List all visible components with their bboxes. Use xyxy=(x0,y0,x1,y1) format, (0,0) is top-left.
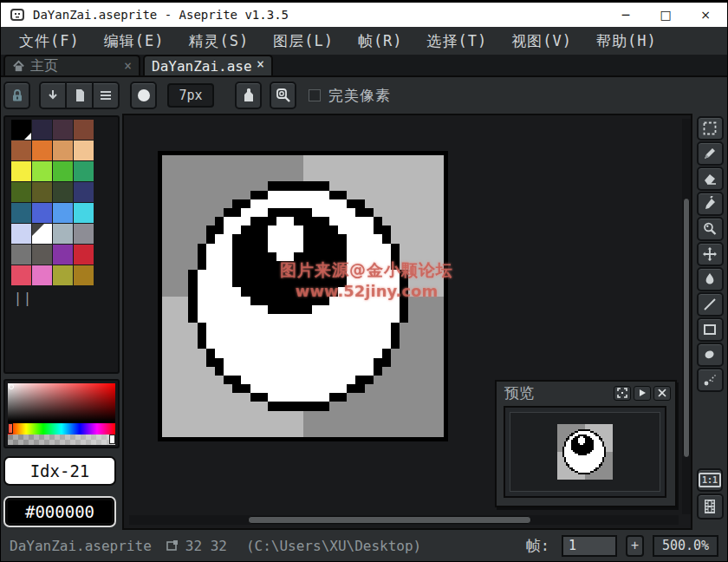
palette-swatch-7[interactable] xyxy=(74,140,94,160)
sprite-canvas[interactable] xyxy=(162,155,444,437)
eyedropper-tool-button[interactable] xyxy=(697,192,724,216)
preview-image xyxy=(557,424,613,480)
jumble-tool-button[interactable] xyxy=(697,368,724,392)
palette-swatch-31[interactable] xyxy=(74,265,94,285)
sv-marker[interactable] xyxy=(9,384,14,389)
palette-swatch-14[interactable] xyxy=(53,182,73,202)
save-brush-button[interactable] xyxy=(39,82,66,109)
palette-swatch-19[interactable] xyxy=(74,203,94,223)
palette-swatch-5[interactable] xyxy=(32,140,52,160)
tab-home-close-icon[interactable]: × xyxy=(119,58,132,74)
play-icon xyxy=(638,389,647,397)
preview-center-button[interactable] xyxy=(614,386,631,401)
palette-swatch-0[interactable] xyxy=(11,120,31,140)
dynamics-button[interactable] xyxy=(270,82,296,109)
palette-swatch-9[interactable] xyxy=(32,161,52,181)
fit-icon xyxy=(617,388,627,398)
eraser-tool-button[interactable] xyxy=(697,167,724,191)
vertical-scrollbar-thumb[interactable] xyxy=(683,198,690,458)
zoom-tool-button[interactable] xyxy=(697,217,724,241)
palette-swatch-20[interactable] xyxy=(11,224,31,244)
menu-item-1[interactable]: 编辑(E) xyxy=(93,29,176,54)
ink-button[interactable] xyxy=(235,82,262,109)
menu-item-3[interactable]: 图层(L) xyxy=(262,29,345,54)
zoom-icon xyxy=(702,221,718,237)
palette-swatch-12[interactable] xyxy=(11,182,31,202)
tab-dayanzai-label: DaYanZai.asep xyxy=(152,58,251,75)
menu-item-2[interactable]: 精灵(S) xyxy=(177,29,260,54)
palette-swatch-23[interactable] xyxy=(74,224,94,244)
move-icon xyxy=(702,246,718,262)
palette-swatch-6[interactable] xyxy=(53,140,73,160)
palette-swatch-4[interactable] xyxy=(11,140,31,160)
palette-resize-handle[interactable]: || xyxy=(14,291,114,306)
pixel-perfect-checkbox[interactable] xyxy=(309,89,321,101)
hue-marker[interactable] xyxy=(8,423,13,434)
alpha-marker[interactable] xyxy=(109,435,115,444)
palette-swatch-27[interactable] xyxy=(74,245,94,265)
palette-swatch-1[interactable] xyxy=(32,120,52,140)
palette-swatch-10[interactable] xyxy=(53,161,73,181)
palette-swatch-3[interactable] xyxy=(74,120,94,140)
one-to-one-button[interactable]: 1:1 xyxy=(697,468,723,492)
pencil-tool-button[interactable] xyxy=(697,141,724,166)
canvas-frame xyxy=(158,151,448,441)
lock-button[interactable] xyxy=(3,82,30,109)
brush-shape-button[interactable] xyxy=(130,82,157,109)
maximize-button[interactable]: □ xyxy=(658,8,673,22)
menu-item-4[interactable]: 帧(R) xyxy=(347,29,414,54)
palette-swatch-16[interactable] xyxy=(11,203,31,223)
palette-swatch-2[interactable] xyxy=(53,120,73,140)
frame-input[interactable]: 1 xyxy=(562,535,617,557)
alpha-bar[interactable] xyxy=(8,435,115,445)
hex-color-button[interactable]: #000000 xyxy=(3,496,116,527)
palette-swatch-25[interactable] xyxy=(32,245,52,265)
saturation-value-area[interactable] xyxy=(8,383,115,423)
palette-swatch-17[interactable] xyxy=(32,203,52,223)
palette-swatch-15[interactable] xyxy=(74,182,94,202)
palette-swatch-24[interactable] xyxy=(11,245,31,265)
palette-swatch-8[interactable] xyxy=(11,161,31,181)
palette-swatch-21[interactable] xyxy=(32,224,52,244)
timeline-button[interactable] xyxy=(697,493,724,520)
tab-dayanzai[interactable]: DaYanZai.asep × xyxy=(143,55,273,75)
line-tool-button[interactable] xyxy=(697,292,724,317)
horizontal-scrollbar-thumb[interactable] xyxy=(248,516,531,524)
tab-dayanzai-close-icon[interactable]: × xyxy=(251,56,264,72)
add-frame-button[interactable]: + xyxy=(626,535,644,557)
rectangular-marquee-tool-button[interactable] xyxy=(697,116,724,140)
aseprite-app-icon xyxy=(10,7,25,23)
preview-screen xyxy=(510,412,660,492)
minimize-button[interactable]: ─ xyxy=(618,8,634,22)
palette-swatch-28[interactable] xyxy=(11,265,31,285)
move-tool-button[interactable] xyxy=(697,242,724,266)
window-title: DaYanZai.aseprite - Aseprite v1.3.5 xyxy=(33,8,289,22)
preview-close-button[interactable] xyxy=(653,386,671,401)
menu-item-0[interactable]: 文件(F) xyxy=(8,29,91,54)
preview-play-button[interactable] xyxy=(634,386,651,401)
palette-swatch-26[interactable] xyxy=(53,245,73,265)
status-size: 32 32 xyxy=(185,538,227,554)
palette-swatch-29[interactable] xyxy=(32,265,52,285)
palette-swatch-30[interactable] xyxy=(53,265,73,285)
palette-index-button[interactable]: Idx-21 xyxy=(3,456,116,486)
menu-item-7[interactable]: 帮助(H) xyxy=(585,29,668,54)
brush-circle-icon xyxy=(135,87,153,104)
new-brush-button[interactable] xyxy=(66,82,93,109)
menu-item-5[interactable]: 选择(T) xyxy=(416,29,499,54)
palette-swatch-18[interactable] xyxy=(53,203,73,223)
hue-bar[interactable] xyxy=(8,423,115,435)
rectangle-tool-button[interactable] xyxy=(697,317,724,342)
menu-item-6[interactable]: 视图(V) xyxy=(500,29,583,54)
tab-home[interactable]: 主页 × xyxy=(3,55,140,75)
palette-swatch-11[interactable] xyxy=(74,161,94,181)
contour-tool-button[interactable] xyxy=(697,343,724,367)
zoom-level-field[interactable]: 500.0% xyxy=(653,535,718,557)
palette-swatch-22[interactable] xyxy=(53,224,73,244)
preview-title-bar[interactable]: 预览 xyxy=(497,382,675,404)
palette-swatch-13[interactable] xyxy=(32,182,52,202)
brush-size-field[interactable]: 7px xyxy=(167,83,214,108)
paint-bucket-tool-button[interactable] xyxy=(697,267,724,291)
close-button[interactable]: × xyxy=(698,8,713,22)
brush-options-button[interactable] xyxy=(93,82,120,109)
